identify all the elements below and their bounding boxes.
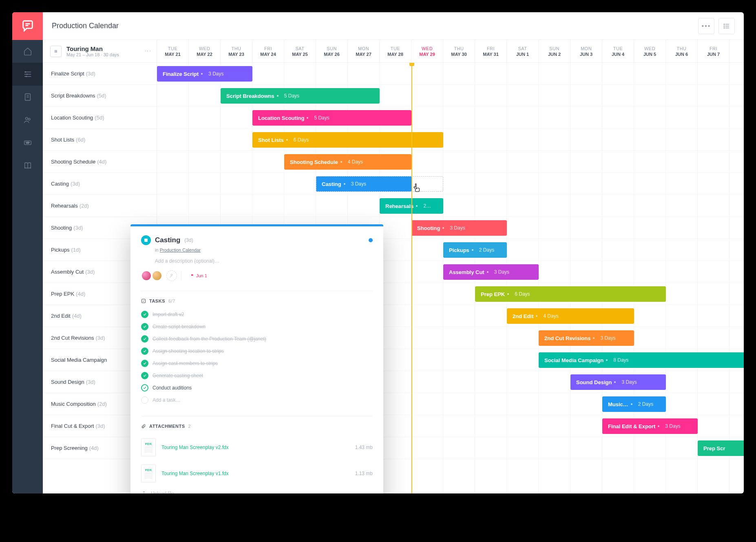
- date-column[interactable]: SATMAY 25: [284, 40, 316, 62]
- date-column[interactable]: THUMAY 30: [443, 40, 475, 62]
- date-column[interactable]: FRIMAY 24: [252, 40, 284, 62]
- subtask-item[interactable]: Generate casting sheet: [141, 369, 373, 382]
- gantt-bar[interactable]: Finalize Script3 Days: [157, 66, 252, 82]
- subtask-item[interactable]: Assign shooting location to strips: [141, 345, 373, 357]
- date-column[interactable]: TUEMAY 28: [380, 40, 411, 62]
- subtask-item[interactable]: Assign cast members to strips: [141, 357, 373, 369]
- date-header-row: TUEMAY 21WEDMAY 22THUMAY 23FRIMAY 24SATM…: [157, 40, 744, 62]
- date-column[interactable]: MONJUN 3: [570, 40, 602, 62]
- task-row[interactable]: Finalize Script (3d): [43, 63, 157, 85]
- date-column[interactable]: WEDJUN 5: [634, 40, 666, 62]
- infobar: ▦ Touring Man May 21 – Jun 18 · 30 days …: [43, 40, 744, 63]
- panel-title: Casting: [155, 236, 180, 244]
- project-name: Touring Man: [66, 45, 119, 52]
- task-row[interactable]: Rehearsals (2d): [43, 195, 157, 217]
- app-window: VIP Production Calendar ••• ▦ Touring Ma…: [12, 12, 744, 493]
- attachments-section: ATTACHMENTS 2 FDXTouring Man Screenplay …: [141, 416, 373, 493]
- list-view-button[interactable]: [718, 18, 735, 34]
- check-icon[interactable]: [141, 323, 148, 330]
- svg-point-8: [724, 24, 725, 24]
- kebab-icon[interactable]: ⋮: [144, 48, 152, 55]
- gantt-bar[interactable]: Final Edit & Export3 Days: [602, 418, 698, 434]
- nav-vip[interactable]: VIP: [12, 131, 43, 154]
- check-icon[interactable]: [141, 335, 148, 343]
- empty-check-icon: [141, 396, 148, 404]
- svg-rect-11: [144, 239, 148, 242]
- check-icon[interactable]: [141, 360, 148, 367]
- add-task-input[interactable]: Add a task…: [141, 394, 373, 406]
- task-row[interactable]: Shot Lists (6d): [43, 129, 157, 151]
- svg-text:VIP: VIP: [26, 142, 29, 144]
- date-column[interactable]: TUEJUN 4: [602, 40, 634, 62]
- gantt-bar[interactable]: 2nd Edit4 Days: [507, 308, 634, 324]
- date-column[interactable]: WEDMAY 29: [411, 40, 443, 62]
- description-input[interactable]: Add a description (optional)…: [155, 258, 373, 264]
- date-column[interactable]: WEDMAY 22: [189, 40, 221, 62]
- add-assignee-button[interactable]: [166, 270, 177, 281]
- date-column[interactable]: THUMAY 23: [221, 40, 252, 62]
- nav-book[interactable]: [12, 154, 43, 177]
- check-icon[interactable]: [141, 311, 148, 318]
- gantt-bar[interactable]: Location Scouting5 Days: [252, 110, 411, 126]
- gantt-bar[interactable]: Music…2 Days: [602, 396, 666, 412]
- gantt-bar[interactable]: Script Breakdowns5 Days: [221, 88, 380, 104]
- avatar[interactable]: [141, 270, 152, 281]
- nav-home[interactable]: [12, 40, 43, 63]
- nav-calendar[interactable]: [12, 63, 43, 86]
- gantt-bar[interactable]: Shooting Schedule4 Days: [284, 154, 411, 170]
- task-row[interactable]: Shooting Schedule (4d): [43, 151, 157, 173]
- subtask-item[interactable]: Conduct auditions: [141, 382, 373, 394]
- date-column[interactable]: SUNJUN 2: [539, 40, 570, 62]
- gantt-bar[interactable]: Sound Design3 Days: [570, 374, 666, 390]
- attachments-label: ATTACHMENTS: [149, 424, 185, 429]
- task-row[interactable]: Script Breakdowns (5d): [43, 85, 157, 107]
- attachment-item[interactable]: FDXTouring Man Screenplay v2.fdx1.43 mb: [141, 434, 373, 460]
- date-column[interactable]: SATJUN 1: [507, 40, 539, 62]
- upload-file-button[interactable]: Upload file…: [141, 491, 373, 493]
- panel-breadcrumb: in Production Calendar: [155, 248, 373, 252]
- date-column[interactable]: FRIJUN 7: [698, 40, 729, 62]
- panel-duration: (3d): [184, 237, 193, 243]
- svg-point-2: [26, 76, 27, 77]
- task-row[interactable]: Casting (3d): [43, 173, 157, 195]
- check-icon[interactable]: [141, 384, 148, 392]
- gantt-bar[interactable]: Prep Scr: [698, 440, 744, 456]
- due-date[interactable]: Jun 1: [190, 273, 207, 278]
- date-column[interactable]: THUJUN 6: [666, 40, 698, 62]
- topbar: Production Calendar •••: [43, 12, 744, 40]
- subtask-item[interactable]: Import draft v2: [141, 308, 373, 321]
- check-icon[interactable]: [141, 347, 148, 355]
- project-cell[interactable]: ▦ Touring Man May 21 – Jun 18 · 30 days …: [43, 40, 157, 62]
- subtask-item[interactable]: Create script breakdown: [141, 321, 373, 333]
- tasks-label: TASKS: [149, 299, 165, 303]
- file-thumb: FDX: [141, 465, 156, 482]
- gantt-bar[interactable]: 2nd Cut Revisions3 Days: [539, 330, 634, 346]
- subtasks-section: TASKS 6/7 Import draft v2Create script b…: [141, 291, 373, 406]
- cursor-pointer-icon: [412, 183, 423, 193]
- gantt-bar[interactable]: Prep EPK6 Days: [475, 286, 666, 302]
- paperclip-icon: [141, 424, 146, 429]
- nav-team[interactable]: [12, 108, 43, 131]
- gantt-bar[interactable]: Shot Lists6 Days: [252, 132, 443, 148]
- check-icon[interactable]: [141, 372, 148, 379]
- nav-script[interactable]: [12, 86, 43, 108]
- list-icon: [723, 22, 730, 30]
- attachment-item[interactable]: FDXTouring Man Screenplay v1.fdx1.13 mb: [141, 460, 373, 487]
- file-thumb: FDX: [141, 438, 156, 456]
- breadcrumb-link[interactable]: Production Calendar: [160, 248, 201, 252]
- avatar[interactable]: [152, 270, 162, 281]
- date-column[interactable]: FRIMAY 31: [475, 40, 507, 62]
- subtask-item[interactable]: Collect feedback from the Production Tea…: [141, 333, 373, 345]
- date-column[interactable]: TUEMAY 21: [157, 40, 189, 62]
- date-column[interactable]: SUNMAY 26: [316, 40, 348, 62]
- status-indicator[interactable]: [369, 238, 373, 242]
- checklist-icon: [141, 299, 146, 303]
- gantt-bar[interactable]: Social Media Campaign8 Days: [539, 352, 744, 368]
- task-row[interactable]: Location Scouting (5d): [43, 107, 157, 129]
- more-options-button[interactable]: •••: [698, 18, 714, 34]
- gantt-bar[interactable]: Shooting3 Days: [411, 220, 507, 236]
- app-logo[interactable]: [12, 12, 43, 40]
- date-column[interactable]: MONMAY 27: [348, 40, 380, 62]
- gantt-bar[interactable]: Assembly Cut3 Days: [443, 264, 539, 280]
- gantt-bar[interactable]: Pickups2 Days: [443, 242, 507, 258]
